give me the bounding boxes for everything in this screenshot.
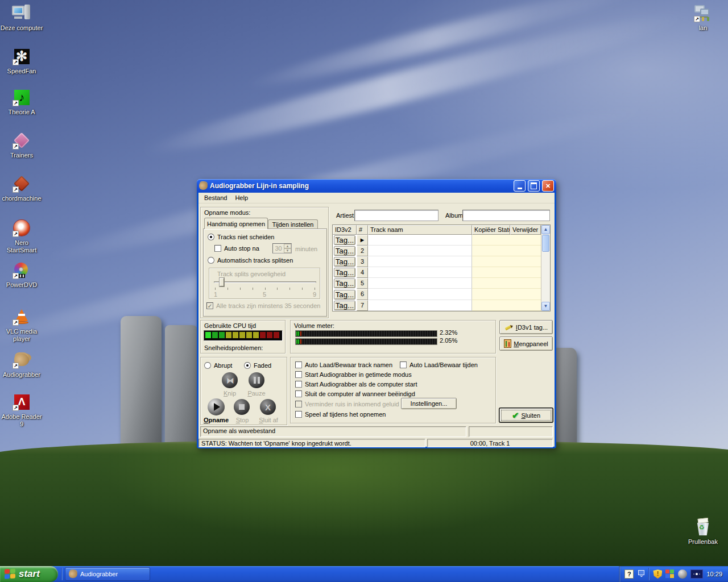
radio-faded[interactable]: Faded: [244, 362, 271, 369]
checkbox-icon: [295, 411, 302, 418]
auto-stop-spinner[interactable]: 30 ▲▼: [272, 243, 292, 253]
minimize-button[interactable]: [514, 180, 526, 192]
row-number-cell[interactable]: 7: [357, 300, 368, 311]
track-name-cell[interactable]: [368, 235, 472, 246]
cloud: [141, 1, 689, 165]
mengpaneel-button[interactable]: Mengpaneel: [499, 336, 553, 351]
row-number-cell[interactable]: 2: [357, 246, 368, 256]
id3v1-tag-button[interactable]: ID3v1 tag...: [499, 320, 553, 334]
desktop-icon-speedfan[interactable]: SpeedFan: [0, 47, 43, 75]
volume-icon[interactable]: [678, 569, 687, 579]
tag-button[interactable]: Tag...: [334, 246, 355, 256]
track-name-cell[interactable]: [368, 300, 472, 311]
desktop-icon-label: Prullenbak: [681, 538, 725, 546]
tag-button[interactable]: Tag...: [334, 301, 355, 310]
header-verwijder[interactable]: Verwijder: [510, 225, 541, 235]
tray-divider: [648, 568, 650, 580]
maximize-button[interactable]: [528, 180, 540, 192]
table-row: Tag... 5: [333, 278, 541, 289]
checkbox-icon: [206, 302, 213, 309]
desktop-icon-chordmachine[interactable]: chordmachine: [0, 174, 43, 202]
audiograbber-window: Audiograbber Lijn-in sampling Bestand He…: [197, 179, 556, 448]
tag-button[interactable]: Tag...: [334, 278, 355, 288]
titlebar[interactable]: Audiograbber Lijn-in sampling: [197, 179, 556, 193]
sensitivity-slider-thumb[interactable]: [220, 278, 224, 286]
desktop-icon-audiograbber[interactable]: Audiograbber: [0, 350, 43, 379]
desktop-icon-trainers[interactable]: Trainers: [0, 131, 43, 159]
scroll-thumb[interactable]: [542, 235, 549, 252]
spin-up-icon[interactable]: ▲: [284, 244, 291, 248]
security-shield-icon[interactable]: [653, 569, 662, 579]
checkbox-auto-stop[interactable]: Auto stop na: [214, 245, 259, 252]
radio-tracks-niet-scheiden[interactable]: Tracks niet scheiden: [208, 234, 274, 240]
checkbox-auto-load-track-namen[interactable]: Auto Laad/Bewaar track namen: [295, 361, 392, 368]
instellingen-button[interactable]: Instellingen...: [401, 398, 457, 409]
volume-caption: Volume meter:: [294, 322, 334, 329]
radio-abrupt[interactable]: Abrupt: [204, 362, 232, 369]
row-number-cell[interactable]: ►: [357, 235, 368, 246]
help-icon[interactable]: [624, 569, 634, 579]
tag-button[interactable]: Tag...: [334, 290, 355, 300]
tab-tijden-instellen[interactable]: Tijden instellen: [268, 219, 318, 229]
desktop-icon-vlc[interactable]: VLC media player: [0, 307, 43, 343]
spinner-arrows[interactable]: ▲▼: [284, 244, 291, 253]
status-cell: [472, 289, 541, 300]
checkbox-auto-load-tijden[interactable]: Auto Laad/Bewaar tijden: [400, 361, 478, 368]
track-name-cell[interactable]: [368, 289, 472, 300]
header-track-naam[interactable]: Track naam: [368, 225, 472, 235]
hidden-icons-chevron-icon[interactable]: [637, 569, 645, 579]
track-name-cell[interactable]: [368, 246, 472, 256]
table-row: Tag... 7: [333, 300, 541, 311]
track-name-cell[interactable]: [368, 256, 472, 267]
desktop-icon-nero-startsmart[interactable]: Nero StartSmart: [0, 218, 43, 254]
close-button[interactable]: [542, 180, 554, 192]
start-button[interactable]: start: [0, 566, 58, 582]
options-panel: Auto Laad/Bewaar track namen Auto Laad/B…: [290, 357, 496, 423]
menu-bar: Bestand Help: [198, 193, 555, 203]
desktop-icon-lan[interactable]: lan: [681, 3, 725, 32]
sluiten-button[interactable]: Sluiten: [499, 408, 553, 422]
scroll-down-icon[interactable]: ▼: [541, 302, 550, 311]
track-name-cell[interactable]: [368, 278, 472, 289]
desktop-icon-label: Nero StartSmart: [0, 239, 43, 254]
row-number-cell[interactable]: 6: [357, 289, 368, 300]
artiest-input[interactable]: [354, 210, 439, 221]
tag-button[interactable]: Tag...: [334, 235, 355, 245]
menu-help[interactable]: Help: [231, 193, 251, 202]
checkbox-speel-af[interactable]: Speel af tijdens het opnemen: [295, 411, 386, 418]
checkbox-sluit-computer-af[interactable]: Sluit de computer af wanneer beëindigd: [295, 390, 415, 397]
desktop-icon-theorie-a[interactable]: Theorie A: [0, 88, 43, 116]
checkbox-getimede-modus[interactable]: Start Audiograbber in getimede modus: [295, 371, 412, 378]
scroll-up-icon[interactable]: ▲: [541, 225, 550, 234]
wireless-network-icon[interactable]: [690, 569, 703, 579]
row-number-cell[interactable]: 4: [357, 267, 368, 278]
spin-down-icon[interactable]: ▼: [284, 248, 291, 253]
tab-handmatig-opnemen[interactable]: Handmatig opnemen: [204, 218, 268, 229]
desktop-icon-powerdvd[interactable]: PowerDVD: [0, 260, 43, 289]
tick-label-5: 5: [263, 291, 266, 298]
desktop-icon-deze-computer[interactable]: Deze computer: [0, 3, 43, 32]
header-kopieer-status[interactable]: Kopiëer Status: [472, 225, 510, 235]
header-id3v2[interactable]: ID3v2: [333, 225, 357, 235]
menu-bestand[interactable]: Bestand: [201, 193, 230, 202]
volume-bar-left: [295, 330, 437, 337]
tag-button[interactable]: Tag...: [334, 268, 355, 277]
tag-button[interactable]: Tag...: [334, 257, 355, 267]
radio-automatisch-splitsen[interactable]: Automatisch tracks splitsen: [208, 257, 293, 264]
row-number-cell[interactable]: 5: [357, 278, 368, 289]
table-scrollbar[interactable]: ▲ ▼: [541, 225, 550, 311]
opname-button[interactable]: [208, 398, 225, 415]
windows-security-icon[interactable]: [665, 569, 675, 579]
track-name-cell[interactable]: [368, 267, 472, 278]
checkbox-start-met-computer[interactable]: Start Audiograbber als de computer start: [295, 381, 417, 388]
wave-file-field[interactable]: Opname als wavebestand: [200, 426, 466, 437]
header-num[interactable]: #: [357, 225, 368, 235]
desktop: Deze computer SpeedFan Theorie A Trainer…: [0, 0, 728, 582]
taskbar-task-audiograbber[interactable]: Audiograbber: [65, 567, 150, 581]
row-number-cell[interactable]: 3: [357, 256, 368, 267]
desktop-icon-prullenbak[interactable]: Prullenbak: [681, 517, 725, 546]
album-input[interactable]: [462, 210, 550, 221]
volume-group: Volume meter: 2.32% 2.05%: [290, 320, 496, 354]
desktop-icon-adobe-reader[interactable]: Adobe Reader 9: [0, 392, 43, 428]
x-icon: X: [265, 402, 271, 412]
